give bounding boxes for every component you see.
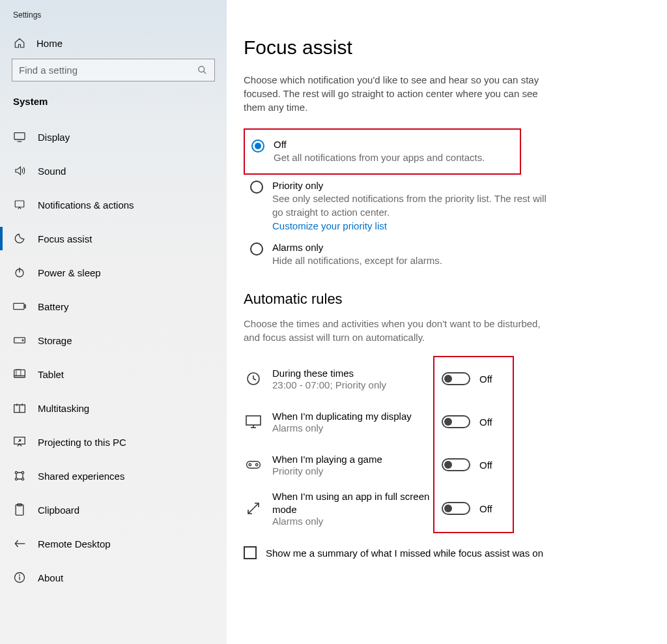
summary-label: Show me a summary of what I missed while… bbox=[266, 548, 543, 559]
gamepad-icon bbox=[244, 459, 263, 471]
fullscreen-icon bbox=[244, 501, 263, 516]
rule-row[interactable]: When I'm using an app in full screen mod… bbox=[244, 486, 513, 531]
radio-off-control[interactable] bbox=[251, 139, 264, 153]
rule-title: During these times bbox=[272, 367, 433, 380]
sidebar-item-tablet[interactable]: Tablet bbox=[0, 357, 227, 391]
home-icon bbox=[13, 37, 26, 50]
sidebar-item-battery[interactable]: Battery bbox=[0, 289, 227, 323]
radio-alarms-title: Alarms only bbox=[272, 242, 442, 253]
shared-exp-icon bbox=[13, 469, 26, 482]
sidebar-item-shared-exp[interactable]: Shared experiences bbox=[0, 459, 227, 493]
nav-list: DisplaySoundNotifications & actionsFocus… bbox=[0, 120, 227, 594]
sidebar-item-home[interactable]: Home bbox=[0, 30, 227, 59]
sidebar-item-power-sleep[interactable]: Power & sleep bbox=[0, 256, 227, 289]
automatic-rules-desc: Choose the times and activities when you… bbox=[244, 317, 550, 344]
radio-alarms-control[interactable] bbox=[250, 242, 263, 256]
sidebar-item-about[interactable]: About bbox=[0, 561, 227, 594]
tablet-icon bbox=[13, 368, 26, 381]
svg-line-36 bbox=[248, 503, 259, 514]
rule-text: When I'm playing a gamePriority only bbox=[272, 453, 433, 477]
sidebar-item-projecting[interactable]: Projecting to this PC bbox=[0, 425, 227, 459]
svg-rect-8 bbox=[25, 305, 26, 308]
radio-priority-title: Priority only bbox=[272, 180, 556, 191]
sidebar-item-label: Projecting to this PC bbox=[38, 437, 126, 448]
sidebar-item-focus-assist[interactable]: Focus assist bbox=[0, 222, 227, 256]
rule-row[interactable]: When I'm playing a gamePriority onlyOff bbox=[244, 443, 513, 486]
monitor-icon bbox=[244, 415, 263, 429]
sidebar-item-notifications[interactable]: Notifications & actions bbox=[0, 188, 227, 222]
storage-icon bbox=[13, 334, 26, 347]
svg-point-22 bbox=[15, 478, 17, 480]
sidebar-item-sound[interactable]: Sound bbox=[0, 154, 227, 188]
sidebar-item-remote-desktop[interactable]: Remote Desktop bbox=[0, 527, 227, 561]
sidebar-item-label: Power & sleep bbox=[38, 267, 101, 278]
rule-toggle[interactable] bbox=[442, 458, 470, 471]
sidebar-item-label: Multitasking bbox=[38, 403, 89, 414]
sidebar: Settings Home System DisplaySoundNotific… bbox=[0, 0, 227, 644]
rule-toggle-label: Off bbox=[479, 503, 492, 514]
radio-off-desc: Get all notifications from your apps and… bbox=[274, 151, 485, 164]
sidebar-item-label: Storage bbox=[38, 335, 72, 346]
rule-title: When I'm duplicating my display bbox=[272, 410, 433, 423]
sidebar-item-storage[interactable]: Storage bbox=[0, 323, 227, 357]
sidebar-item-label: Display bbox=[38, 132, 70, 143]
rule-text: When I'm using an app in full screen mod… bbox=[272, 490, 433, 527]
app-title: Settings bbox=[0, 8, 227, 30]
svg-point-34 bbox=[249, 463, 251, 465]
radio-priority-desc: See only selected notifications from the… bbox=[272, 192, 556, 219]
radio-alarms[interactable]: Alarms only Hide all notifications, exce… bbox=[244, 237, 563, 272]
clock-icon bbox=[244, 371, 263, 387]
radio-priority[interactable]: Priority only See only selected notifica… bbox=[244, 175, 563, 237]
rule-toggle[interactable] bbox=[442, 502, 470, 515]
rule-toggle-label: Off bbox=[479, 460, 492, 471]
customize-priority-link[interactable]: Customize your priority list bbox=[272, 220, 556, 231]
rule-subtitle: 23:00 - 07:00; Priority only bbox=[272, 379, 433, 390]
battery-icon bbox=[13, 300, 26, 313]
sidebar-item-clipboard[interactable]: Clipboard bbox=[0, 493, 227, 527]
svg-rect-7 bbox=[14, 303, 24, 309]
radio-priority-control[interactable] bbox=[250, 181, 263, 194]
sidebar-item-label: Sound bbox=[38, 166, 66, 177]
page-title: Focus assist bbox=[244, 37, 647, 59]
search-input[interactable] bbox=[19, 65, 197, 76]
rule-toggle-label: Off bbox=[479, 373, 492, 385]
search-box[interactable] bbox=[12, 59, 215, 81]
rule-title: When I'm using an app in full screen mod… bbox=[272, 490, 433, 516]
radio-alarms-desc: Hide all notifications, except for alarm… bbox=[272, 254, 442, 267]
rule-row[interactable]: During these times23:00 - 07:00; Priorit… bbox=[244, 357, 513, 400]
rule-toggle[interactable] bbox=[442, 415, 470, 428]
svg-point-0 bbox=[199, 66, 205, 72]
rule-toggle-group: Off bbox=[442, 502, 513, 515]
summary-checkbox[interactable] bbox=[244, 546, 257, 559]
sidebar-item-multitasking[interactable]: Multitasking bbox=[0, 391, 227, 425]
sidebar-item-label: Remote Desktop bbox=[38, 538, 111, 549]
sidebar-item-display[interactable]: Display bbox=[0, 120, 227, 154]
rule-toggle-label: Off bbox=[479, 417, 492, 428]
summary-checkbox-row[interactable]: Show me a summary of what I missed while… bbox=[244, 546, 647, 559]
about-icon bbox=[13, 571, 26, 584]
svg-line-1 bbox=[203, 71, 206, 74]
svg-point-10 bbox=[22, 340, 23, 341]
rule-toggle-group: Off bbox=[442, 458, 513, 471]
automatic-rules-list: During these times23:00 - 07:00; Priorit… bbox=[244, 357, 513, 531]
focus-mode-radio-group: Off Get all notifications from your apps… bbox=[244, 128, 647, 272]
power-sleep-icon bbox=[13, 266, 26, 279]
display-icon bbox=[13, 130, 26, 143]
svg-point-29 bbox=[20, 575, 20, 576]
rule-subtitle: Alarms only bbox=[272, 422, 433, 433]
projecting-icon bbox=[13, 435, 26, 448]
svg-point-35 bbox=[255, 463, 257, 465]
svg-point-21 bbox=[21, 471, 23, 473]
svg-point-20 bbox=[15, 471, 17, 473]
notifications-icon bbox=[13, 198, 26, 211]
rule-subtitle: Alarms only bbox=[272, 516, 433, 527]
rule-row[interactable]: When I'm duplicating my displayAlarms on… bbox=[244, 400, 513, 443]
sidebar-item-label: About bbox=[38, 572, 63, 583]
sidebar-item-label: Clipboard bbox=[38, 505, 79, 516]
page-intro: Choose which notification you'd like to … bbox=[244, 73, 550, 114]
rule-subtitle: Priority only bbox=[272, 465, 433, 476]
rule-toggle[interactable] bbox=[442, 372, 470, 385]
radio-off[interactable]: Off Get all notifications from your apps… bbox=[244, 128, 521, 175]
focus-assist-icon bbox=[13, 232, 26, 245]
automatic-rules-title: Automatic rules bbox=[244, 291, 647, 308]
